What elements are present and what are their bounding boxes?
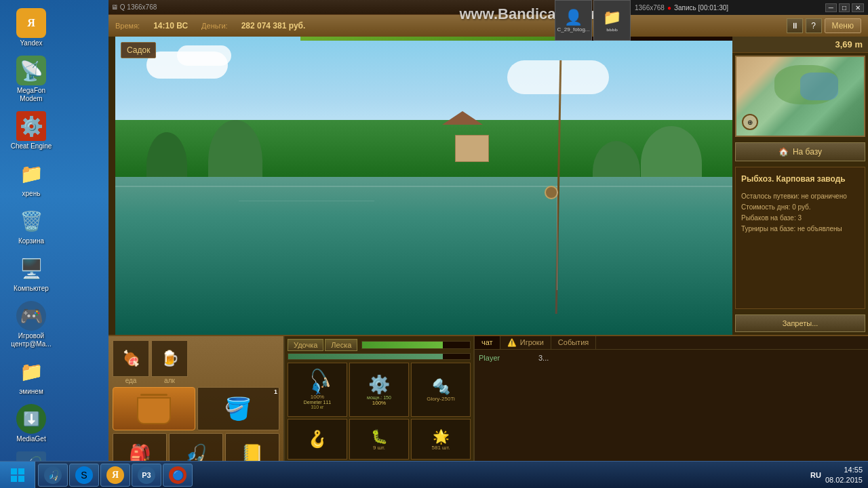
lure-equip-name: Glory-250Ti (427, 396, 455, 402)
rod-equip[interactable]: 🎣 100% Demeter 111 310 кг (288, 363, 347, 417)
chat-panel: чат ⚠️ Игроки События Player 3... (475, 336, 868, 464)
alc-icon[interactable]: 🍺 (151, 340, 188, 377)
svg-rect-3 (18, 476, 24, 482)
equip-grid-2: 🪝 🐛 9 шт. 🌟 581 шт. (288, 419, 471, 460)
gaming-center-label: Игровой центр@Ма... (8, 332, 54, 348)
desktop-icon-mediaget[interactable]: ⬇️ MediaGet (7, 403, 56, 445)
cloud-2 (177, 45, 231, 66)
bait-equip[interactable]: 🐛 9 шт. (349, 419, 409, 460)
hook-equip[interactable]: 🪝 (288, 419, 347, 460)
bait2-icon: 🌟 (433, 428, 450, 445)
taskbar-item-fishing[interactable]: 🎣 (38, 464, 68, 487)
bait-count: 9 шт. (373, 445, 385, 451)
thumb-user: 👤 C_29_fotog... (555, 0, 592, 41)
reel-equip[interactable]: ⚙️ мощн.: 150 100% (349, 363, 409, 417)
pause-button[interactable]: ⏸ (787, 18, 803, 33)
computer-icon: 🖥️ (16, 253, 46, 283)
map-compass: ⊕ (742, 114, 758, 130)
taskbar-item-yandex[interactable]: Я (100, 464, 130, 487)
zaprety-button[interactable]: Запреты... (735, 314, 865, 332)
start-button[interactable] (0, 462, 35, 489)
map-container[interactable]: ⊕ (735, 56, 865, 137)
megafon-icon: 📡 (16, 56, 46, 85)
gaming-center-icon: 🎮 (16, 301, 46, 331)
taskbar-time: 14:55 (844, 465, 863, 474)
bottom-area: 🍖 еда 🍺 алк (108, 335, 868, 464)
leska-tab[interactable]: Леска (325, 339, 357, 351)
language-indicator: RU (810, 471, 821, 479)
rec-ctrl-1[interactable]: ─ (825, 3, 837, 12)
chat-text-1: 3... (538, 354, 549, 362)
question-button[interactable]: ? (806, 18, 822, 33)
desktop-icon-megafon[interactable]: 📡 MegaFon Modem (7, 54, 56, 104)
tab-chat[interactable]: чат (475, 336, 500, 349)
recycle-label: Корзина (18, 237, 44, 245)
bucket-body (137, 397, 171, 424)
eminem-icon: 📁 (16, 357, 46, 386)
desktop-icon-folder1[interactable]: 📁 хрень (7, 157, 56, 199)
alc-label: алк (151, 377, 188, 384)
thumbnail-row: 👤 C_29_fotog... 📁 ьььь (555, 0, 631, 41)
bucket-item[interactable] (113, 387, 195, 430)
rec-ctrl-3[interactable]: ✕ (852, 3, 864, 12)
folder1-label: хрень (22, 190, 41, 198)
desktop: 1366x768 ● Запись [00:01:30] ─ □ ✕ 👤 C_2… (0, 0, 868, 488)
taskbar-yandex-icon: Я (106, 466, 124, 484)
na-bazu-button[interactable]: 🏠 На базу (735, 142, 865, 161)
tab-events[interactable]: События (551, 336, 596, 349)
rec-ctrl-2[interactable]: □ (839, 3, 850, 12)
bait2-count: 581 шт. (432, 445, 450, 451)
scene-area[interactable]: Садок (115, 37, 732, 335)
desktop-icon-recycle[interactable]: 🗑️ Корзина (7, 205, 56, 247)
water-ripple (239, 201, 374, 201)
desktop-icon-computer[interactable]: 🖥️ Компьютер (7, 252, 56, 294)
rod-equip-icon: 🎣 (300, 365, 335, 399)
desktop-icon-yandex[interactable]: Я Yandex (7, 7, 56, 49)
food-item: 🍖 еда (113, 340, 149, 384)
bucket-handle (140, 394, 167, 396)
cloud-3 (507, 60, 609, 94)
desktop-icon-gaming-center[interactable]: 🎮 Игровой центр@Ма... (7, 300, 56, 350)
water-line (115, 186, 732, 187)
taskbar-item-app[interactable]: 🔵 (163, 464, 193, 487)
food-label: еда (113, 377, 149, 384)
top-progress-fill (300, 37, 559, 41)
menu-button[interactable]: Меню (825, 18, 861, 33)
food-icon[interactable]: 🍖 (113, 340, 149, 377)
line-progress-fill (288, 354, 443, 359)
money-label: Деньги: (201, 22, 228, 30)
cheat-engine-icon: ⚙️ (16, 111, 46, 141)
left-sidebar-thin (108, 37, 115, 335)
food-alc-row: 🍖 еда 🍺 алк (113, 340, 279, 384)
distance-display: 3,69 m (835, 39, 863, 49)
map-water (800, 73, 838, 100)
chat-tabs: чат ⚠️ Игроки События (475, 336, 868, 350)
location-info: Рыбхоз. Карповая заводь Осталось путевки… (735, 167, 865, 309)
record-icon: ● (667, 4, 671, 12)
record-label: Запись [00:01:30] (674, 4, 728, 12)
recycle-icon: 🗑️ (16, 206, 46, 236)
desktop-icon-eminem[interactable]: 📁 эминем (7, 355, 56, 397)
roof (442, 111, 483, 125)
location-line-3: Рыбаков на базе: 3 (741, 213, 859, 224)
eminem-label: эминем (19, 388, 43, 396)
taskbar-item-p3[interactable]: P3 (132, 464, 161, 487)
taskbar-item-skype[interactable]: S (69, 464, 99, 487)
record-resolution: 1366x768 (635, 4, 665, 12)
recording-bar: 1366x768 ● Запись [00:01:30] ─ □ ✕ (631, 0, 868, 15)
top-progress-bg (300, 37, 732, 41)
water (115, 177, 732, 335)
top-bar: Время: 14:10 ВС Деньги: 282 074 381 руб.… (108, 15, 868, 37)
tab-players[interactable]: ⚠️ Игроки (500, 336, 551, 349)
title-bar-resolution: 🖥 Q 1366x768 (111, 3, 157, 11)
desktop-icon-cheat-engine[interactable]: ⚙️ Cheat Engine (7, 110, 56, 152)
pot-item[interactable]: 🪣 1 (197, 387, 280, 430)
na-bazu-label: На базу (793, 147, 822, 157)
windows-logo (9, 467, 26, 483)
mediaget-icon: ⬇️ (16, 404, 46, 434)
taskbar-app-icon: 🔵 (169, 466, 186, 484)
bait2-equip[interactable]: 🌟 581 шт. (411, 419, 471, 460)
udochka-tab[interactable]: Удочка (288, 339, 323, 351)
line-progress-bar (288, 353, 471, 360)
lure-equip[interactable]: 🔩 Glory-250Ti (411, 363, 471, 417)
